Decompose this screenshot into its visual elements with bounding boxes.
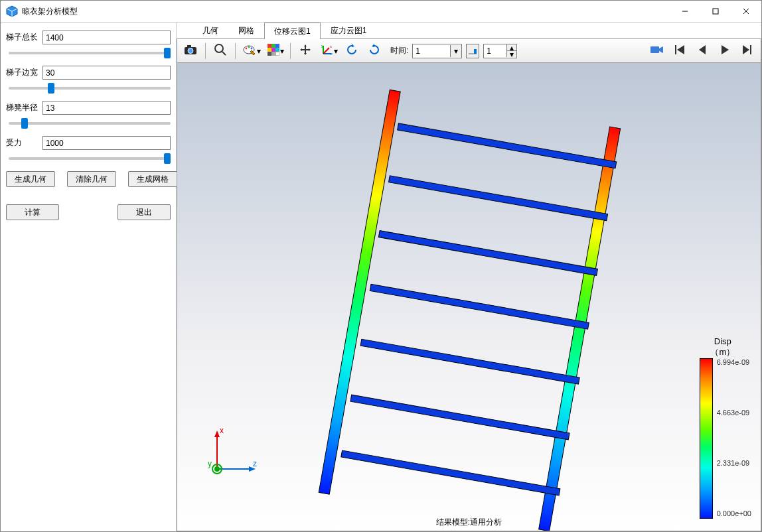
- tab-mesh[interactable]: 网格: [228, 22, 264, 38]
- svg-point-9: [215, 44, 223, 52]
- first-frame-button[interactable]: [669, 41, 690, 61]
- time-label: 时间:: [390, 45, 408, 56]
- chevron-down-icon: ▾: [334, 46, 338, 56]
- legend-tick: 2.331e-09: [717, 459, 751, 467]
- step-back-icon: [698, 45, 707, 56]
- generate-geometry-button[interactable]: 生成几何: [6, 171, 55, 187]
- legend-ticks: 6.994e-09 4.663e-09 2.331e-09 0.000e+00: [717, 358, 751, 517]
- svg-rect-18: [267, 48, 271, 52]
- svg-line-10: [222, 52, 226, 55]
- rotate-cw-button[interactable]: [364, 41, 385, 61]
- title-bar: 晾衣架分析模型: [1, 1, 761, 23]
- time-combo[interactable]: ▾: [412, 44, 462, 58]
- spin-down-icon[interactable]: ▾: [506, 51, 516, 57]
- rotate-ccw-icon: [346, 44, 358, 58]
- paint-mode-button[interactable]: ▾: [241, 41, 262, 61]
- param-input-width[interactable]: [42, 66, 171, 80]
- axis-y-label: y: [208, 459, 212, 468]
- svg-rect-3: [713, 9, 718, 14]
- svg-rect-23: [275, 52, 279, 56]
- rotate-cw-icon: [368, 44, 380, 58]
- param-slider-width[interactable]: [9, 87, 171, 90]
- content-area: 梯子总长 梯子边宽 梯凳半径 受力 生成几何 清除几何: [1, 23, 761, 531]
- svg-rect-44: [398, 123, 617, 168]
- main-pane: 几何 网格 位移云图1 应力云图1 ▾ ▾ xyz▾ 时间:: [177, 23, 761, 531]
- svg-rect-46: [378, 231, 597, 276]
- last-frame-button[interactable]: [737, 41, 758, 61]
- svg-marker-39: [722, 45, 729, 54]
- camcorder-icon: [650, 45, 664, 56]
- param-row-width: 梯子边宽: [6, 66, 171, 80]
- window-title: 晾衣架分析模型: [22, 6, 78, 17]
- svg-line-26: [323, 48, 329, 54]
- svg-rect-45: [389, 176, 608, 221]
- param-slider-radius[interactable]: [9, 122, 171, 125]
- screenshot-button[interactable]: [180, 41, 201, 61]
- svg-rect-22: [271, 52, 275, 56]
- pan-button[interactable]: [295, 41, 316, 61]
- svg-rect-48: [360, 339, 579, 384]
- exit-button[interactable]: 退出: [117, 204, 171, 220]
- param-label: 梯子边宽: [6, 67, 42, 78]
- window-close-button[interactable]: [731, 1, 761, 22]
- legend-tick: 6.994e-09: [717, 358, 751, 366]
- rotate-ccw-button[interactable]: [341, 41, 362, 61]
- svg-rect-47: [370, 284, 589, 329]
- time-step-input[interactable]: [484, 45, 506, 57]
- generate-mesh-button[interactable]: 生成网格: [128, 171, 177, 187]
- param-slider-length[interactable]: [9, 52, 171, 54]
- tab-displacement[interactable]: 位移云图1: [264, 23, 321, 39]
- chevron-down-icon: ▾: [280, 46, 284, 56]
- window-minimize-button[interactable]: [670, 1, 700, 22]
- svg-rect-50: [341, 450, 560, 496]
- svg-rect-49: [350, 395, 570, 440]
- time-step-spinner[interactable]: ▴▾: [483, 44, 517, 58]
- zoom-button[interactable]: [210, 41, 231, 61]
- param-slider-force[interactable]: [9, 157, 171, 160]
- palette-icon: [243, 44, 256, 57]
- svg-text:z: z: [331, 52, 333, 56]
- svg-marker-40: [743, 45, 749, 54]
- compute-button[interactable]: 计算: [6, 204, 59, 220]
- play-button[interactable]: [714, 41, 735, 61]
- svg-rect-21: [267, 52, 271, 56]
- parameter-sidebar: 梯子总长 梯子边宽 梯凳半径 受力 生成几何 清除几何: [1, 23, 177, 531]
- legend-colorbar: [700, 358, 713, 519]
- time-combo-input[interactable]: [413, 45, 450, 57]
- svg-marker-35: [659, 46, 663, 53]
- svg-marker-37: [677, 45, 684, 54]
- time-slider[interactable]: [466, 44, 479, 58]
- view-tabs: 几何 网格 位移云图1 应力云图1: [177, 23, 761, 39]
- legend-title: Disp: [714, 336, 731, 346]
- svg-rect-34: [650, 46, 659, 53]
- svg-point-55: [214, 466, 220, 472]
- play-icon: [720, 45, 729, 56]
- axis-z-label: z: [253, 459, 257, 468]
- window-maximize-button[interactable]: [700, 1, 731, 22]
- svg-rect-16: [271, 44, 275, 48]
- colormap-button[interactable]: ▾: [265, 41, 286, 61]
- clear-geometry-button[interactable]: 清除几何: [67, 171, 116, 187]
- param-input-length[interactable]: [42, 31, 171, 44]
- param-label: 梯凳半径: [6, 102, 42, 113]
- svg-rect-17: [275, 44, 279, 48]
- axes-icon: xyz: [321, 44, 333, 58]
- prev-frame-button[interactable]: [692, 41, 713, 61]
- svg-point-12: [245, 48, 247, 50]
- param-input-radius[interactable]: [42, 101, 171, 115]
- axes-button[interactable]: xyz▾: [319, 41, 340, 61]
- svg-point-14: [250, 48, 252, 50]
- chevron-down-icon[interactable]: ▾: [450, 45, 461, 57]
- color-cube-icon: [267, 44, 279, 58]
- tab-stress[interactable]: 应力云图1: [321, 22, 377, 38]
- record-button[interactable]: [647, 41, 668, 61]
- svg-marker-31: [372, 44, 374, 47]
- pan-icon: [299, 44, 311, 58]
- orientation-triad: x z y: [204, 423, 264, 484]
- tab-geometry[interactable]: 几何: [192, 22, 228, 38]
- result-viewport[interactable]: x z y Disp（m） 6.994e-09: [177, 63, 761, 531]
- svg-point-13: [248, 46, 250, 48]
- param-row-radius: 梯凳半径: [6, 101, 171, 115]
- svg-marker-52: [214, 431, 220, 437]
- param-input-force[interactable]: [42, 136, 171, 150]
